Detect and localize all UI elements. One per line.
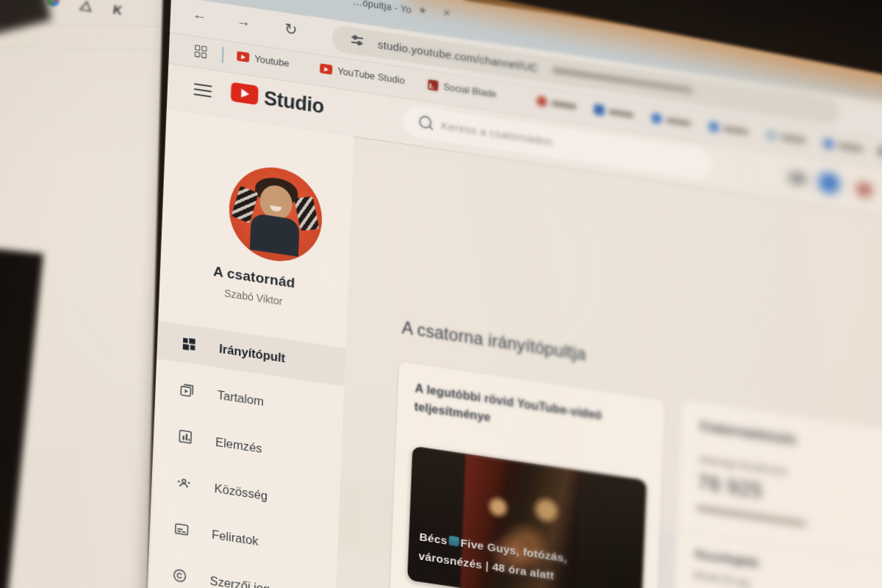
bookmark-social-blade[interactable]: Social Blade xyxy=(428,79,497,100)
bookmark-blurred[interactable] xyxy=(823,138,864,154)
forward-icon[interactable]: → xyxy=(237,12,251,31)
monitor-screen: …ópultja - Yo ★ ✕ ← → ↻ studio.youtube.c… xyxy=(79,0,882,588)
bookmark-blurred[interactable] xyxy=(709,121,749,137)
youtube-logo-icon[interactable] xyxy=(231,82,259,105)
studio-wordmark[interactable]: Studio xyxy=(263,87,324,118)
blurred-text-bar xyxy=(696,505,806,527)
site-settings-icon[interactable] xyxy=(351,34,364,47)
url-blurred-tail xyxy=(553,67,692,94)
city-emoji-icon xyxy=(448,536,459,547)
channel-analytics-card[interactable]: Csatornaelemzés Jelenlegi feliratkozók 7… xyxy=(664,399,882,588)
bookmark-blurred[interactable] xyxy=(651,112,692,129)
page-title: A csatorna irányítópultja xyxy=(401,318,587,365)
divider xyxy=(222,46,224,62)
analytics-icon xyxy=(177,428,194,446)
subscribers-count: 76 925 xyxy=(697,470,763,503)
bookmark-blurred[interactable] xyxy=(537,96,577,112)
search-icon xyxy=(419,115,432,129)
latest-video-card: A legutóbbi rövid YouTube-videó teljesít… xyxy=(382,361,665,588)
bookmark-youtube[interactable]: Youtube xyxy=(237,50,290,69)
triangle-icon xyxy=(79,0,93,12)
create-icon[interactable] xyxy=(789,171,806,185)
notification-icon[interactable] xyxy=(857,182,872,198)
video-thumbnail[interactable]: BécsFive Guys, fotózás, városnézés | 48 … xyxy=(407,446,646,588)
analytics-card-title: Csatornaelemzés xyxy=(699,420,796,447)
back-icon[interactable]: ← xyxy=(193,6,207,24)
period-label: Elmúlt 28 nap xyxy=(693,570,750,588)
copyright-icon xyxy=(171,567,188,585)
social-blade-favicon xyxy=(428,79,439,90)
subtitles-icon xyxy=(173,520,190,539)
dashboard-icon xyxy=(181,335,198,354)
bookmark-blurred[interactable] xyxy=(766,129,806,146)
account-avatar[interactable] xyxy=(818,171,839,195)
card-heading: A legutóbbi rövid YouTube-videó teljesít… xyxy=(414,380,643,450)
bookmark-youtube-studio[interactable]: YouTube Studio xyxy=(320,62,405,86)
sidebar: A csatornád Szabó Viktor Irányítópult Ta… xyxy=(138,109,354,588)
youtube-favicon xyxy=(237,51,250,62)
browser-window: …ópultja - Yo ★ ✕ ← → ↻ studio.youtube.c… xyxy=(138,0,882,588)
apps-grid-icon[interactable] xyxy=(195,45,207,58)
bookmark-blurred[interactable] xyxy=(878,146,882,162)
summary-label: Összefoglaló xyxy=(695,548,759,569)
content-icon xyxy=(179,381,196,400)
community-icon xyxy=(175,474,193,492)
pinwheel-icon xyxy=(46,0,61,7)
menu-icon[interactable] xyxy=(194,83,212,99)
channel-avatar[interactable] xyxy=(227,161,323,268)
bookmark-blurred[interactable] xyxy=(594,104,634,120)
youtube-favicon xyxy=(320,63,333,75)
reload-icon[interactable]: ↻ xyxy=(284,20,298,40)
search-placeholder: Keress a csatornádon xyxy=(441,119,553,148)
